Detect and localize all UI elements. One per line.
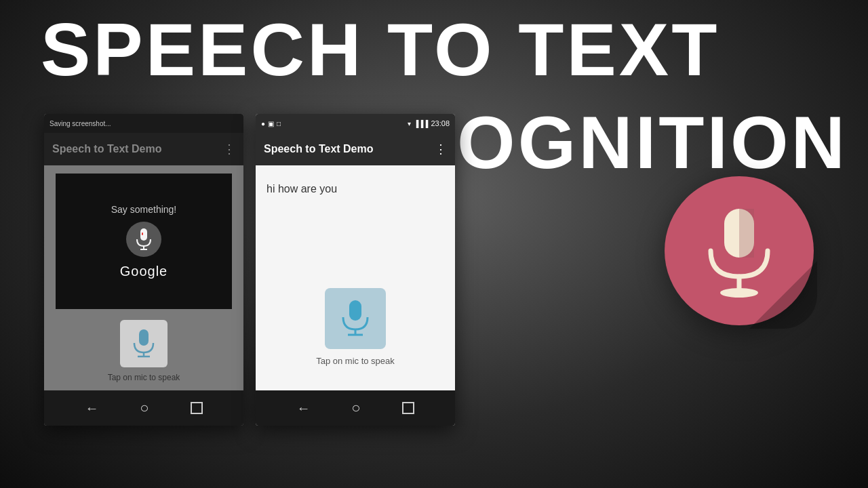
phone1-app-bar: Speech to Text Demo ⋮ <box>44 133 243 165</box>
phone2-tap-label: Tap on mic to speak <box>316 356 395 366</box>
phone2-app-bar: Speech to Text Demo ⋮ <box>256 133 455 165</box>
say-something-label: Say something! <box>111 204 177 215</box>
phone1-status-text: Saving screenshot... <box>50 120 238 127</box>
phone2-menu-dots[interactable]: ⋮ <box>435 143 447 155</box>
google-mic-button[interactable] <box>126 222 161 257</box>
phone1: Saving screenshot... Speech to Text Demo… <box>44 114 243 426</box>
svg-rect-1 <box>142 232 143 235</box>
showcase-mic-icon <box>698 203 780 298</box>
phone1-recent-button[interactable] <box>191 402 203 414</box>
svg-point-12 <box>720 288 758 298</box>
phone2-mic-button[interactable] <box>325 288 386 349</box>
mic-showcase-circle <box>665 176 814 325</box>
notif-icon: □ <box>277 120 281 127</box>
screenshot-icon: ▣ <box>268 120 274 127</box>
phone1-nav-bar: ← ○ <box>44 390 243 426</box>
wifi-icon: ▾ <box>408 120 411 127</box>
phone1-mic-area: Tap on mic to speak <box>108 320 180 382</box>
svg-rect-13 <box>739 209 754 258</box>
phone1-mic-icon <box>131 328 157 359</box>
title-line1: SPEECH TO TEXT <box>41 12 719 87</box>
phone1-menu-dots[interactable]: ⋮ <box>223 143 235 155</box>
phone1-back-button[interactable]: ← <box>85 401 98 416</box>
phone1-tap-label: Tap on mic to speak <box>108 373 180 382</box>
phone2: ● ▣ □ ▾ ▐▐▐ 23:08 Speech to Text Demo ⋮ … <box>256 114 455 426</box>
google-dialog: Say something! Google <box>56 174 232 309</box>
phone2-back-button[interactable]: ← <box>296 401 310 416</box>
phone2-app-title: Speech to Text Demo <box>264 143 374 155</box>
google-label: Google <box>120 264 168 279</box>
google-mic-icon <box>134 227 153 251</box>
svg-rect-4 <box>139 329 149 346</box>
phone2-content: hi how are you Tap on mic to speak <box>256 165 455 390</box>
time-display: 23:08 <box>431 119 450 127</box>
phone2-mic-area: Tap on mic to speak <box>316 288 395 366</box>
phone1-app-title: Speech to Text Demo <box>52 143 162 155</box>
phone1-home-button[interactable]: ○ <box>140 399 149 417</box>
svg-rect-7 <box>349 300 361 321</box>
phone2-nav-bar: ← ○ <box>256 390 455 426</box>
phone2-status-right: ▾ ▐▐▐ 23:08 <box>408 119 450 127</box>
phone2-status-bar: ● ▣ □ ▾ ▐▐▐ 23:08 <box>256 114 455 133</box>
phone1-content: Say something! Google <box>44 165 243 390</box>
phone2-mic-icon <box>338 298 372 339</box>
recognized-text: hi how are you <box>267 183 337 195</box>
whatsapp-icon: ● <box>261 120 265 127</box>
phone1-mic-button[interactable] <box>120 320 167 367</box>
signal-icon: ▐▐▐ <box>414 120 428 127</box>
phone2-home-button[interactable]: ○ <box>351 399 360 417</box>
svg-rect-0 <box>140 228 147 241</box>
phone2-status-icons: ● ▣ □ <box>261 120 281 127</box>
phones-container: Saving screenshot... Speech to Text Demo… <box>44 114 455 426</box>
phone1-status-bar: Saving screenshot... <box>44 114 243 133</box>
phone2-recent-button[interactable] <box>402 402 414 414</box>
